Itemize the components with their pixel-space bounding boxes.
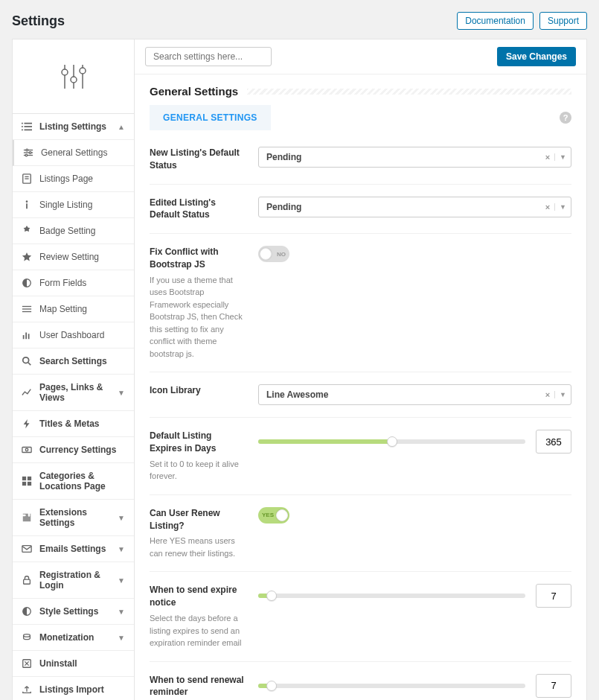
new-listing-status-select[interactable]: Pending ×▼ [258, 147, 571, 168]
field-description: Here YES means users can renew their lis… [150, 535, 245, 559]
page-icon [22, 174, 32, 184]
can-renew-toggle[interactable] [258, 507, 289, 524]
clear-icon[interactable]: × [545, 203, 550, 211]
renewal-reminder-slider[interactable] [258, 678, 525, 694]
sidebar-item-review-setting[interactable]: Review Setting [13, 244, 134, 270]
sidebar-item-listings-page[interactable]: Listings Page [13, 166, 134, 192]
tab-general-settings[interactable]: GENERAL SETTINGS [150, 105, 271, 130]
sidebar-item-single-listing[interactable]: Single Listing [13, 192, 134, 218]
chevron-down-icon: ▼ [554, 153, 566, 161]
sidebar-label: Map Setting [39, 304, 87, 314]
svg-rect-37 [28, 482, 31, 486]
svg-point-1 [62, 69, 68, 75]
sidebar-item-map-setting[interactable]: Map Setting [13, 296, 134, 322]
svg-rect-28 [25, 333, 27, 340]
sidebar-item-uninstall[interactable]: Uninstall [13, 651, 134, 677]
badge-icon [22, 226, 32, 236]
svg-point-5 [80, 68, 86, 74]
sidebar-label: Search Settings [39, 356, 107, 366]
sidebar-label: Registration & Login [39, 570, 118, 591]
settings-sliders-icon [59, 62, 89, 92]
clear-icon[interactable]: × [545, 153, 550, 162]
chevron-down-icon: ▼ [118, 576, 125, 585]
select-value: Pending [266, 202, 301, 212]
sidebar-label: Currency Settings [39, 445, 116, 455]
sidebar-item-monetization[interactable]: Monetization ▼ [13, 625, 134, 651]
support-button[interactable]: Support [539, 12, 587, 30]
info-icon [22, 200, 32, 210]
sidebar-item-categories-locations[interactable]: Categories & Locations Page [13, 463, 134, 500]
times-square-icon [22, 658, 32, 669]
sidebar-label: Single Listing [39, 200, 92, 210]
fix-conflict-toggle[interactable] [258, 246, 289, 262]
field-label: Fix Conflict with Bootstrap JS [150, 246, 245, 271]
edited-listing-status-select[interactable]: Pending ×▼ [258, 197, 571, 217]
svg-point-33 [25, 448, 28, 451]
sidebar-label: Categories & Locations Page [39, 471, 125, 491]
documentation-button[interactable]: Documentation [457, 12, 534, 30]
renewal-reminder-input[interactable] [536, 674, 571, 698]
sidebar-item-form-fields[interactable]: Form Fields [13, 270, 134, 296]
svg-point-41 [24, 634, 31, 637]
clear-icon[interactable]: × [545, 390, 550, 399]
sidebar-item-emails-settings[interactable]: Emails Settings ▼ [13, 536, 134, 562]
sidebar-label: Form Fields [39, 278, 86, 288]
svg-rect-11 [25, 130, 33, 131]
sidebar-label: Listing Settings [39, 121, 106, 132]
lock-icon [22, 575, 32, 585]
chevron-down-icon: ▼ [118, 545, 125, 553]
sidebar-label: Badge Setting [39, 226, 95, 236]
svg-point-3 [71, 77, 77, 83]
svg-rect-32 [22, 448, 31, 453]
logo [13, 39, 134, 114]
field-description: Set it to 0 to keep it alive forever. [150, 458, 245, 483]
half-circle-icon [22, 278, 32, 288]
svg-point-30 [23, 357, 29, 363]
svg-rect-10 [22, 130, 23, 131]
expires-days-input[interactable] [536, 430, 571, 454]
section-title: General Settings [150, 85, 238, 98]
save-changes-button[interactable]: Save Changes [497, 47, 576, 66]
sidebar-item-user-dashboard[interactable]: User Dashboard [13, 322, 134, 349]
select-value: Pending [266, 152, 301, 162]
search-input[interactable] [145, 47, 272, 66]
expire-notice-input[interactable] [536, 584, 571, 608]
contrast-icon [22, 606, 32, 617]
svg-point-17 [25, 154, 28, 156]
chevron-down-icon: ▼ [118, 514, 125, 522]
svg-rect-29 [28, 334, 30, 339]
help-icon[interactable]: ? [560, 112, 571, 124]
svg-line-31 [28, 363, 31, 366]
chevron-down-icon: ▼ [118, 389, 125, 397]
sidebar-item-pages-links[interactable]: Pages, Links & Views ▼ [13, 375, 134, 411]
envelope-icon [22, 544, 32, 554]
icon-library-select[interactable]: Line Awesome ×▼ [258, 384, 571, 405]
svg-point-21 [26, 200, 28, 203]
search-icon [22, 356, 32, 366]
sidebar-item-registration-login[interactable]: Registration & Login ▼ [13, 562, 134, 599]
field-label: Icon Library [150, 384, 245, 397]
field-label: Default Listing Expires in Days [150, 430, 245, 455]
sidebar-item-style-settings[interactable]: Style Settings ▼ [13, 599, 134, 625]
svg-rect-22 [26, 203, 28, 209]
sidebar-item-badge-setting[interactable]: Badge Setting [13, 218, 134, 244]
svg-rect-27 [23, 335, 25, 339]
page-title: Settings [12, 13, 65, 29]
sidebar-item-search-settings[interactable]: Search Settings [13, 349, 134, 375]
field-label: When to send renewal reminder [150, 674, 245, 699]
sidebar-item-general-settings[interactable]: General Settings [13, 140, 134, 166]
star-icon [22, 252, 32, 262]
sidebar-item-listings-import[interactable]: Listings Import [13, 677, 134, 700]
bolt-icon [22, 419, 32, 429]
sidebar-item-listing-settings[interactable]: Listing Settings ▲ [13, 114, 134, 140]
sidebar-label: Review Setting [39, 252, 99, 262]
chart-line-icon [22, 387, 32, 398]
expire-notice-slider[interactable] [258, 588, 525, 604]
svg-rect-36 [22, 482, 26, 486]
sidebar-item-titles-metas[interactable]: Titles & Metas [13, 411, 134, 437]
field-label: Can User Renew Listing? [150, 507, 245, 532]
list-icon [22, 121, 32, 132]
expires-days-slider[interactable] [258, 433, 525, 450]
sidebar-item-currency-settings[interactable]: Currency Settings [13, 437, 134, 463]
sidebar-item-extensions-settings[interactable]: Extensions Settings ▼ [13, 500, 134, 536]
